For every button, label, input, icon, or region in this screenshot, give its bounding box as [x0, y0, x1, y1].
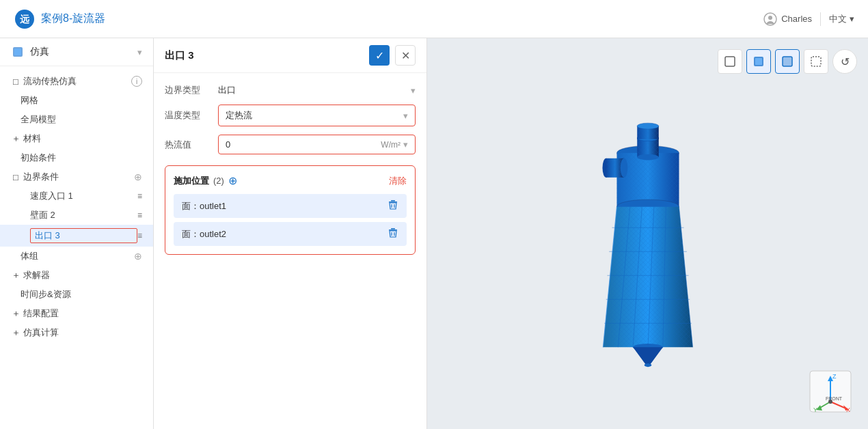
axis-svg: Z Y X FRONT	[806, 368, 854, 415]
view-reset-btn[interactable]: ↺	[832, 49, 857, 74]
confirm-button[interactable]: ✓	[369, 45, 390, 66]
svg-point-3	[768, 16, 772, 20]
svg-text:Y: Y	[813, 406, 817, 413]
sidebar-item-label: 求解器	[23, 269, 142, 281]
heat-flux-chevron-icon: ▾	[403, 139, 408, 150]
apply-clear-button[interactable]: 清除	[389, 175, 407, 187]
expand-icon-boundary: □	[11, 172, 21, 182]
lang-selector[interactable]: 中文 ▾	[829, 13, 854, 25]
logo-icon: 远	[14, 8, 36, 30]
svg-text:FRONT: FRONT	[826, 396, 843, 401]
sidebar-item-mesh[interactable]: 网格	[0, 91, 153, 110]
sidebar: 仿真 ▾ □ 流动传热仿真 i 网格 全局模型 ＋ 材料	[0, 38, 154, 429]
apply-header: 施加位置 (2) ⊕ 清除	[174, 174, 407, 187]
sidebar-item-solver[interactable]: ＋ 求解器	[0, 266, 153, 285]
sidebar-item-result-config[interactable]: ＋ 结果配置	[0, 304, 153, 323]
sidebar-item-label: 结果配置	[23, 307, 142, 320]
sidebar-item-label: 初始条件	[21, 152, 142, 164]
sidebar-item-label: 流动传热仿真	[23, 75, 131, 87]
apply-item: 面：outlet1	[174, 194, 407, 218]
sidebar-header: 仿真 ▾	[0, 38, 153, 66]
boundary-type-text: 出口	[218, 84, 236, 96]
close-button[interactable]: ✕	[395, 45, 416, 66]
logo: 远 案例8-旋流器	[14, 8, 105, 30]
app-header: 远 案例8-旋流器 Charles 中文 ▾	[0, 0, 868, 38]
add-body-group-icon[interactable]: ⊕	[134, 251, 142, 262]
boundary-type-label: 边界类型	[165, 84, 213, 96]
info-icon[interactable]: i	[131, 76, 142, 87]
sidebar-item-label: 速度入口 1	[30, 190, 137, 202]
lang-chevron-icon: ▾	[850, 14, 854, 24]
view-cube-wire-btn[interactable]	[804, 49, 828, 74]
sidebar-item-time-resource[interactable]: 时间步&资源	[0, 285, 153, 304]
apply-section: 施加位置 (2) ⊕ 清除 面：outlet1	[165, 165, 416, 255]
temp-type-select[interactable]: 定热流 ▾	[218, 105, 416, 126]
sidebar-item-initial-cond[interactable]: 初始条件	[0, 148, 153, 167]
view-toolbar: ↺	[718, 49, 857, 74]
heat-flux-row: 热流值 0 W/m² ▾	[165, 135, 416, 154]
svg-point-36	[620, 158, 627, 178]
svg-text:X: X	[846, 406, 850, 413]
sidebar-item-label: 边界条件	[23, 171, 134, 183]
sidebar-item-global-model[interactable]: 全局模型	[0, 110, 153, 129]
cube-outline-icon	[723, 55, 737, 68]
lang-label: 中文	[829, 13, 847, 25]
sidebar-item-velocity-inlet[interactable]: 速度入口 1 ≡	[0, 186, 153, 206]
svg-rect-17	[783, 57, 792, 66]
add-boundary-icon[interactable]: ⊕	[134, 171, 142, 182]
sidebar-item-label: 时间步&资源	[21, 288, 142, 301]
sidebar-item-material[interactable]: ＋ 材料	[0, 129, 153, 148]
view-cube-edge-btn[interactable]	[775, 49, 800, 74]
svg-point-28	[644, 363, 651, 367]
sidebar-item-wall2[interactable]: 壁面 2 ≡	[0, 206, 153, 225]
apply-item: 面：outlet2	[174, 222, 407, 246]
heat-flux-input[interactable]: 0 W/m² ▾	[218, 135, 416, 154]
cyclone-model	[539, 90, 757, 377]
svg-text:Z: Z	[832, 373, 837, 380]
svg-rect-11	[391, 228, 395, 230]
svg-point-32	[637, 154, 659, 161]
svg-text:远: 远	[20, 14, 30, 25]
user-info: Charles	[763, 12, 812, 26]
svg-rect-10	[389, 230, 397, 231]
view-cube-solid-btn[interactable]	[746, 49, 771, 74]
sidebar-item-label: 材料	[23, 133, 142, 145]
sidebar-item-fluid-sim[interactable]: □ 流动传热仿真 i	[0, 72, 153, 91]
sidebar-item-label: 出口 3	[30, 228, 137, 243]
header-right: Charles 中文 ▾	[763, 12, 854, 26]
sidebar-item-boundary-cond[interactable]: □ 边界条件 ⊕	[0, 167, 153, 186]
sidebar-item-outlet3[interactable]: 出口 3 ≡	[0, 225, 153, 247]
apply-add-icon[interactable]: ⊕	[228, 174, 237, 187]
user-avatar-icon	[763, 12, 777, 26]
apply-item-label: 面：outlet2	[182, 228, 226, 240]
expand-icon-result: ＋	[11, 309, 21, 318]
apply-item-label: 面：outlet1	[182, 200, 226, 212]
sidebar-item-label: 壁面 2	[30, 209, 137, 221]
boundary-type-value[interactable]: 出口 ▾	[218, 84, 416, 96]
sidebar-item-label: 网格	[21, 94, 142, 107]
item-menu-icon[interactable]: ≡	[137, 191, 142, 201]
view-cube-outline-btn[interactable]	[718, 49, 742, 74]
sidebar-item-sim-calc[interactable]: ＋ 仿真计算	[0, 323, 153, 342]
panel-header: 出口 3 ✓ ✕	[154, 38, 426, 73]
item-menu-icon[interactable]: ≡	[137, 210, 142, 220]
heat-flux-label: 热流值	[165, 139, 213, 151]
panel-title: 出口 3	[165, 49, 194, 62]
panel-actions: ✓ ✕	[369, 45, 416, 66]
sidebar-item-label: 全局模型	[21, 113, 142, 126]
svg-rect-19	[811, 57, 821, 66]
expand-icon-solver: ＋	[11, 271, 21, 280]
apply-item-delete-icon[interactable]	[388, 227, 398, 240]
boundary-type-row: 边界类型 出口 ▾	[165, 84, 416, 96]
item-menu-icon[interactable]: ≡	[137, 231, 142, 240]
sidebar-item-body-group[interactable]: 体组 ⊕	[0, 247, 153, 266]
cube-wire-icon	[809, 55, 823, 68]
sidebar-items: □ 流动传热仿真 i 网格 全局模型 ＋ 材料 初始条件 □	[0, 66, 153, 348]
expand-icon: □	[11, 77, 21, 86]
expand-icon-sim-calc: ＋	[11, 328, 21, 337]
apply-item-delete-icon[interactable]	[388, 199, 398, 212]
apply-title: 施加位置	[174, 175, 209, 187]
panel: 出口 3 ✓ ✕ 边界类型 出口 ▾ 温度类型 定热流 ▾	[154, 38, 427, 429]
main-layout: 仿真 ▾ □ 流动传热仿真 i 网格 全局模型 ＋ 材料	[0, 38, 868, 429]
sidebar-collapse-icon[interactable]: ▾	[137, 47, 142, 57]
